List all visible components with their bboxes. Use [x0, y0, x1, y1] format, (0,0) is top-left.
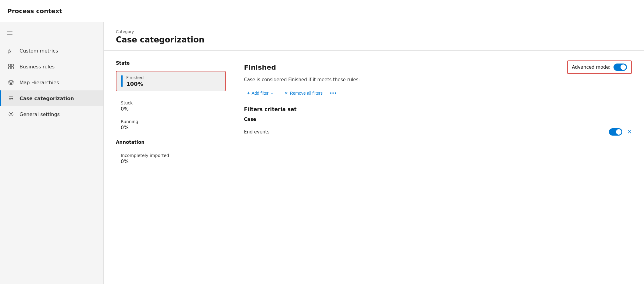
- state-value-finished: 100%: [126, 81, 220, 87]
- sidebar-item-custom-metrics[interactable]: fx Custom metrics: [0, 43, 103, 59]
- sidebar-item-general-settings[interactable]: General settings: [0, 106, 103, 122]
- annotation-item-incompletely-imported: Incompletely imported 0%: [116, 150, 226, 167]
- sidebar-item-label-case-categorization: Case categorization: [20, 96, 74, 101]
- state-name-finished: Finished: [126, 75, 220, 80]
- page-category: Category: [116, 29, 632, 34]
- filters-criteria-section: Filters criteria set Case End events ✕: [244, 106, 632, 138]
- app-header: Process context: [0, 0, 644, 22]
- filter-row-end-events-label: End events: [244, 129, 270, 135]
- end-events-toggle[interactable]: [609, 128, 622, 136]
- sort-icon: [7, 95, 15, 102]
- end-events-toggle-thumb: [616, 129, 621, 135]
- filter-row-controls: ✕: [609, 128, 632, 136]
- svg-point-10: [10, 113, 12, 115]
- sidebar-item-label-general-settings: General settings: [20, 111, 60, 117]
- state-value-running: 0%: [121, 125, 221, 130]
- end-events-remove-button[interactable]: ✕: [627, 129, 632, 135]
- annotation-value: 0%: [121, 158, 221, 164]
- sidebar: fx Custom metrics Business rules: [0, 22, 104, 284]
- app-title: Process context: [7, 7, 62, 15]
- annotation-section-label: Annotation: [116, 140, 226, 145]
- state-name-stuck: Stuck: [121, 100, 221, 105]
- advanced-mode-label: Advanced mode:: [572, 64, 610, 70]
- filters-criteria-title: Filters criteria set: [244, 106, 632, 112]
- page-header: Category Case categorization: [104, 22, 644, 51]
- more-options-button[interactable]: •••: [327, 89, 339, 97]
- svg-marker-5: [9, 80, 13, 82]
- svg-rect-1: [9, 64, 11, 66]
- right-panel-title: Finished: [244, 64, 276, 71]
- state-value-stuck: 0%: [121, 106, 221, 112]
- sidebar-item-label-map-hierarchies: Map Hierarchies: [20, 80, 59, 86]
- right-panel-header: Finished Advanced mode:: [244, 60, 632, 74]
- fx-icon: fx: [7, 47, 15, 54]
- state-card-content: Finished 100%: [126, 75, 220, 87]
- sidebar-item-business-rules[interactable]: Business rules: [0, 59, 103, 75]
- state-section-label: State: [116, 60, 226, 66]
- annotation-section: Annotation Incompletely imported 0%: [116, 140, 226, 167]
- x-icon: ✕: [284, 91, 288, 96]
- sidebar-item-label-custom-metrics: Custom metrics: [20, 48, 58, 54]
- description-text: Case is considered Finished if it meets …: [244, 77, 632, 82]
- filter-separator: |: [278, 91, 280, 95]
- filter-row-end-events: End events ✕: [244, 126, 632, 138]
- state-card-accent: [121, 75, 123, 87]
- advanced-mode-toggle-thumb: [621, 64, 626, 70]
- sidebar-item-map-hierarchies[interactable]: Map Hierarchies: [0, 75, 103, 90]
- more-options-icon: •••: [330, 90, 337, 96]
- filter-group-label: Case: [244, 117, 632, 122]
- gear-icon: [7, 111, 15, 118]
- remove-all-filters-button[interactable]: ✕ Remove all filters: [281, 89, 326, 97]
- chevron-down-icon: ⌄: [270, 91, 274, 95]
- sidebar-item-case-categorization[interactable]: Case categorization: [0, 90, 103, 106]
- svg-rect-3: [9, 67, 11, 69]
- state-item-stuck[interactable]: Stuck 0%: [116, 97, 226, 115]
- left-panel: State Finished 100% Stuck 0% Running: [116, 60, 226, 169]
- add-filter-button[interactable]: + Add filter ⌄: [244, 89, 277, 98]
- state-item-running[interactable]: Running 0%: [116, 116, 226, 133]
- hamburger-icon: [7, 31, 13, 35]
- content-area: State Finished 100% Stuck 0% Running: [104, 51, 644, 178]
- right-panel: Finished Advanced mode: Case is consider…: [244, 60, 632, 169]
- layers-icon: [7, 79, 15, 86]
- sidebar-item-label-business-rules: Business rules: [20, 64, 55, 70]
- hamburger-menu-button[interactable]: [4, 27, 16, 39]
- state-name-running: Running: [121, 119, 221, 124]
- remove-all-filters-label: Remove all filters: [290, 91, 323, 96]
- state-card-finished[interactable]: Finished 100%: [116, 71, 226, 91]
- main-content: Category Case categorization State Finis…: [104, 22, 644, 284]
- svg-rect-2: [11, 64, 13, 66]
- filter-toolbar: + Add filter ⌄ | ✕ Remove all filters ••…: [244, 89, 632, 98]
- advanced-mode-box: Advanced mode:: [567, 60, 632, 74]
- advanced-mode-toggle[interactable]: [614, 64, 627, 71]
- plus-icon: +: [247, 90, 250, 96]
- add-filter-label: Add filter: [252, 91, 268, 96]
- svg-text:fx: fx: [8, 49, 12, 53]
- app-body: fx Custom metrics Business rules: [0, 22, 644, 284]
- annotation-name: Incompletely imported: [121, 153, 221, 158]
- grid-icon: [7, 63, 15, 70]
- svg-rect-4: [11, 67, 13, 69]
- page-title: Case categorization: [116, 35, 632, 44]
